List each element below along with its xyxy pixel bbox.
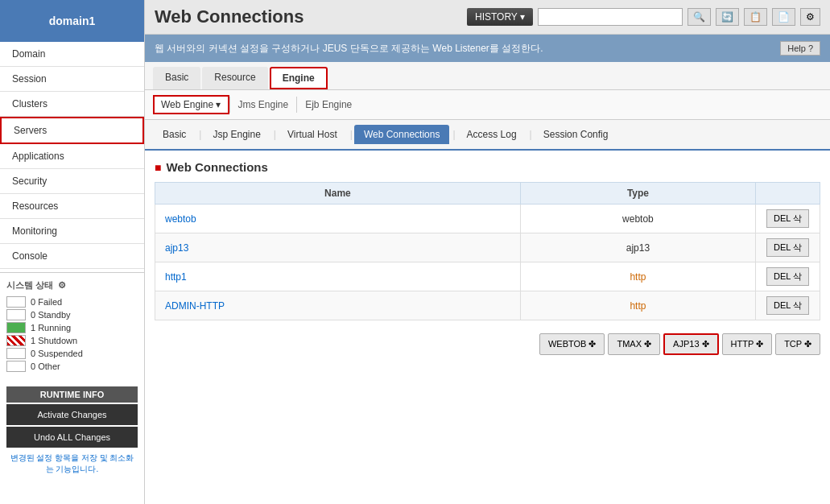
action-button-http--[interactable]: HTTP ✤ [722, 333, 773, 355]
tab-engine[interactable]: Engine [270, 67, 328, 89]
status-box-other [6, 361, 26, 372]
table-cell-del: DEL 삭 [756, 262, 820, 291]
del-button[interactable]: DEL 삭 [766, 238, 809, 257]
sub-tab-web-connections[interactable]: Web Connections [354, 125, 450, 144]
status-running: 1 Running [6, 322, 138, 333]
table-cell-del: DEL 삭 [756, 204, 820, 233]
del-button[interactable]: DEL 삭 [766, 209, 809, 228]
undo-all-changes-button[interactable]: Undo ALL Changes [6, 427, 138, 448]
info-bar: 웹 서버와의 커넥션 설정을 구성하거나 JEUS 단독으로 제공하는 Web … [145, 35, 830, 62]
sep-3: | [350, 129, 353, 140]
table-cell-name[interactable]: http1 [155, 262, 521, 291]
search-icon-button[interactable]: 🔍 [688, 8, 711, 26]
del-button[interactable]: DEL 삭 [766, 296, 809, 315]
tab-basic[interactable]: Basic [153, 67, 200, 89]
top-right-controls: HISTORY ▾ 🔍 🔄 📋 📄 ⚙ [467, 8, 820, 26]
sidebar-item-applications[interactable]: Applications [0, 144, 144, 169]
status-box-shutdown [6, 335, 26, 346]
status-failed: 0 Failed [6, 296, 138, 308]
sidebar-item-domain[interactable]: Domain [0, 42, 144, 67]
icon-btn-2[interactable]: 📄 [772, 8, 795, 26]
status-count-failed: 0 Failed [31, 297, 62, 307]
table-cell-type: ajp13 [520, 233, 755, 262]
status-other: 0 Other [6, 361, 138, 372]
sep-1: | [199, 129, 201, 140]
status-box-standby [6, 309, 26, 320]
settings-icon[interactable]: ⚙ [58, 280, 66, 291]
section-title-text: Web Connections [166, 160, 267, 174]
col-header-actions [756, 183, 820, 204]
table-cell-del: DEL 삭 [756, 233, 820, 262]
status-box-running [6, 322, 26, 333]
action-buttons: WEBTOB ✤TMAX ✤AJP13 ✤HTTP ✤TCP ✤ [155, 330, 820, 358]
top-bar: Web Connections HISTORY ▾ 🔍 🔄 📋 📄 ⚙ [145, 0, 830, 35]
runtime-info-panel: RUNTIME INFO Activate Changes Undo ALL C… [6, 386, 138, 480]
status-count-shutdown: 1 Shutdown [31, 336, 77, 345]
sidebar-item-console[interactable]: Console [0, 244, 144, 269]
section-icon: ■ [155, 161, 161, 174]
page-title: Web Connections [155, 6, 304, 27]
runtime-info-title: RUNTIME INFO [6, 386, 138, 403]
runtime-note-text: 변경된 설정 항목을 저장 및 최소화는 기능입니다. [6, 448, 138, 480]
table-cell-name[interactable]: ajp13 [155, 233, 521, 262]
col-header-name: Name [155, 183, 521, 204]
sidebar-item-clusters[interactable]: Clusters [0, 92, 144, 117]
sidebar-item-monitoring[interactable]: Monitoring [0, 219, 144, 244]
status-shutdown: 1 Shutdown [6, 335, 138, 346]
history-button[interactable]: HISTORY ▾ [467, 8, 533, 26]
del-button[interactable]: DEL 삭 [766, 267, 809, 286]
web-connections-table: Name Type webtobwebtobDEL 삭ajp13ajp13DEL… [155, 182, 820, 320]
table-cell-type: http [520, 262, 755, 291]
sub-tab-basic[interactable]: Basic [153, 125, 196, 144]
sub-tab-jsp-engine[interactable]: Jsp Engine [203, 125, 270, 144]
activate-changes-button[interactable]: Activate Changes [6, 404, 138, 425]
table-row: ADMIN-HTTPhttpDEL 삭 [155, 291, 820, 320]
status-count-other: 0 Other [31, 361, 60, 371]
status-box-failed [6, 296, 26, 308]
table-cell-name[interactable]: webtob [155, 204, 521, 233]
help-button[interactable]: Help ? [780, 41, 820, 56]
action-button-tmax--[interactable]: TMAX ✤ [608, 333, 660, 355]
system-status-title-text: 시스템 상태 [6, 279, 53, 291]
table-cell-name[interactable]: ADMIN-HTTP [155, 291, 521, 320]
system-status-panel: 시스템 상태 ⚙ 0 Failed 0 Standby 1 Running 1 … [0, 272, 144, 380]
status-count-standby: 0 Standby [31, 310, 71, 320]
engine-tabs: Web Engine ▾ Jms Engine Ejb Engine [145, 90, 830, 120]
table-row: http1httpDEL 삭 [155, 262, 820, 291]
sidebar: domain1 Domain Session Clusters Servers … [0, 0, 145, 504]
sidebar-item-session[interactable]: Session [0, 67, 144, 92]
status-suspended: 0 Suspended [6, 348, 138, 359]
sub-tab-virtual-host[interactable]: Virtual Host [278, 125, 347, 144]
ejb-engine-tab[interactable]: Ejb Engine [296, 97, 360, 113]
refresh-icon-button[interactable]: 🔄 [716, 8, 739, 26]
sidebar-item-security[interactable]: Security [0, 169, 144, 194]
sub-tabs: Basic | Jsp Engine | Virtual Host | Web … [145, 120, 830, 151]
tabs-level1: Basic Resource Engine [145, 62, 830, 90]
web-engine-dropdown[interactable]: Web Engine ▾ [153, 95, 229, 114]
table-row: webtobwebtobDEL 삭 [155, 204, 820, 233]
sep-4: | [452, 129, 455, 140]
section-title: ■ Web Connections [155, 160, 820, 174]
sub-tab-session-config[interactable]: Session Config [534, 125, 618, 144]
jms-engine-tab[interactable]: Jms Engine [229, 97, 297, 113]
action-button-webtob--[interactable]: WEBTOB ✤ [539, 333, 605, 355]
table-cell-del: DEL 삭 [756, 291, 820, 320]
status-count-suspended: 0 Suspended [31, 349, 83, 358]
content-area: ■ Web Connections Name Type webtobwebtob… [145, 151, 830, 368]
table-row: ajp13ajp13DEL 삭 [155, 233, 820, 262]
table-cell-type: http [520, 291, 755, 320]
tab-resource[interactable]: Resource [202, 67, 267, 89]
info-text: 웹 서버와의 커넥션 설정을 구성하거나 JEUS 단독으로 제공하는 Web … [155, 42, 543, 56]
icon-btn-3[interactable]: ⚙ [800, 8, 820, 26]
status-count-running: 1 Running [31, 323, 71, 333]
search-input[interactable] [538, 8, 683, 26]
status-box-suspended [6, 348, 26, 359]
icon-btn-1[interactable]: 📋 [744, 8, 767, 26]
sidebar-item-resources[interactable]: Resources [0, 194, 144, 219]
sidebar-item-servers[interactable]: Servers [0, 117, 144, 144]
table-cell-type: webtob [520, 204, 755, 233]
action-button-tcp--[interactable]: TCP ✤ [775, 333, 820, 355]
action-button-ajp13--[interactable]: AJP13 ✤ [663, 333, 718, 355]
main-content: Web Connections HISTORY ▾ 🔍 🔄 📋 📄 ⚙ 웹 서버… [145, 0, 830, 504]
sub-tab-access-log[interactable]: Access Log [457, 125, 526, 144]
